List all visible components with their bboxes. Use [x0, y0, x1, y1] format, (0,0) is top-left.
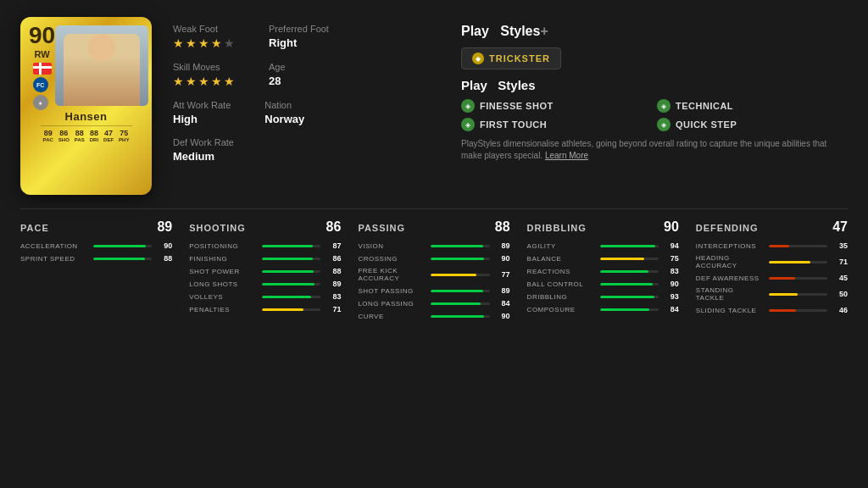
stat-name: BALANCE [527, 255, 595, 263]
stat-name: SHOT PASSING [358, 287, 426, 295]
trickster-icon: ◆ [472, 53, 484, 64]
weak-foot-stars: ★★★★★ [173, 36, 235, 50]
stat-row: POSITIONING 87 [189, 241, 341, 250]
learn-more-link[interactable]: Learn More [545, 151, 588, 160]
finesse-shot-icon: ◈ [461, 99, 475, 113]
stat-category-defending: DEFENDING 47 INTERCEPTIONS 35 HEADING AC… [696, 219, 848, 478]
stat-bar-container [769, 293, 827, 296]
stat-bar-container [262, 296, 320, 298]
stat-name: SHOT POWER [189, 268, 257, 275]
club-badge-icon: FC [33, 77, 48, 92]
stat-value: 89 [495, 241, 510, 250]
stat-bar [600, 296, 654, 298]
stat-row: FREE KICK ACCURACY 77 [358, 267, 509, 282]
stat-row: PENALTIES 71 [189, 305, 341, 313]
stat-value: 75 [664, 254, 679, 263]
stat-name: CROSSING [358, 255, 426, 263]
preferred-foot-label: Preferred Foot [269, 24, 329, 34]
stat-bar-container [600, 296, 659, 298]
stat-name: HEADING ACCURACY [696, 254, 764, 269]
category-name: PASSING [358, 223, 405, 233]
stat-row: LONG SHOTS 89 [189, 280, 341, 288]
stat-row: INTERCEPTIONS 35 [696, 241, 848, 250]
quick-step-icon: ◈ [657, 118, 670, 131]
stat-row: CURVE 90 [358, 312, 509, 320]
category-name: DRIBBLING [527, 223, 587, 233]
play-style-finesse-shot: ◈ FINESSE SHOT [461, 99, 652, 113]
stat-bar-container [769, 309, 827, 312]
def-work-rate-label: Def Work Rate [173, 137, 234, 147]
stat-row: HEADING ACCURACY 71 [696, 254, 848, 269]
stat-row: REACTIONS 83 [527, 267, 679, 275]
stat-category-passing: PASSING 88 VISION 89 CROSSING 90 FREE KI… [358, 219, 509, 478]
player-card: 90 RW FC ★ Ha [20, 17, 156, 195]
stat-bar [600, 283, 653, 286]
stat-bar [262, 270, 314, 273]
stat-row: ACCELERATION 90 [20, 241, 172, 250]
stat-value: 71 [832, 258, 848, 266]
stat-bar [262, 245, 313, 247]
stat-bar-container [769, 261, 827, 263]
stat-bar [431, 245, 483, 247]
stat-value: 94 [664, 241, 679, 250]
preferred-foot-value: Right [269, 36, 329, 49]
stat-bar [93, 258, 145, 260]
stat-value: 90 [664, 280, 679, 288]
stat-row: AGILITY 94 [527, 241, 679, 250]
stat-bar [262, 308, 303, 311]
stat-row: BALL CONTROL 90 [527, 280, 679, 288]
technical-icon: ◈ [657, 99, 670, 113]
stat-value: 89 [326, 280, 341, 288]
play-style-technical: ◈ TECHNICAL [657, 99, 848, 113]
player-info-panel: Weak Foot ★★★★★ Preferred Foot Right Ski… [173, 17, 444, 195]
play-styles-description: PlayStyles dimensionalise athletes, goin… [461, 138, 848, 162]
category-name: SHOOTING [189, 223, 246, 233]
stats-section: PACE 89 ACCELERATION 90 SPRINT SPEED 88 … [0, 209, 868, 488]
stat-bar-container [600, 270, 659, 273]
stat-value: 90 [495, 254, 510, 263]
stat-bar-container [600, 283, 659, 286]
stat-bar [262, 283, 314, 286]
quick-step-label: QUICK STEP [676, 119, 737, 130]
stat-name: AGILITY [527, 242, 595, 250]
stat-bar-container [769, 245, 827, 247]
stat-value: 83 [326, 292, 341, 301]
stat-bar-container [600, 308, 659, 311]
att-work-rate-value: High [173, 113, 231, 125]
stat-row: VISION 89 [358, 241, 509, 250]
stat-value: 84 [664, 305, 679, 313]
stat-name: SLIDING TACKLE [696, 307, 764, 314]
stat-name: LONG SHOTS [189, 280, 257, 288]
category-value: 47 [832, 219, 848, 235]
stat-bar-container [431, 258, 489, 260]
def-work-rate-value: Medium [173, 150, 234, 163]
stat-row: SPRINT SPEED 88 [20, 254, 172, 263]
stat-row: VOLLEYS 83 [189, 292, 341, 301]
stat-row: LONG PASSING 84 [358, 299, 509, 308]
norway-flag-icon [33, 63, 52, 75]
stat-name: STANDING TACKLE [696, 286, 764, 302]
stat-value: 88 [326, 267, 341, 275]
stat-row: DRIBBLING 93 [527, 292, 679, 301]
stat-bar-container [262, 308, 320, 311]
stat-bar [262, 258, 313, 260]
stat-name: CURVE [358, 313, 426, 320]
stat-category-shooting: SHOOTING 86 POSITIONING 87 FINISHING 86 … [189, 219, 341, 478]
stat-row: SLIDING TACKLE 46 [696, 306, 848, 314]
category-value: 86 [326, 219, 342, 235]
category-value: 90 [664, 219, 679, 235]
stat-bar-container [262, 258, 320, 260]
player-image [55, 25, 148, 106]
stat-bar [431, 302, 480, 305]
stat-row: SHOT POWER 88 [189, 267, 341, 275]
stat-value: 89 [495, 286, 510, 295]
att-work-rate-label: Att Work Rate [173, 100, 231, 110]
stat-name: SPRINT SPEED [20, 255, 88, 263]
card-player-name: Hansen [65, 110, 108, 123]
stat-bar-container [93, 258, 152, 260]
category-value: 88 [495, 219, 510, 235]
stat-name: LONG PASSING [358, 300, 426, 308]
stat-name: FREE KICK ACCURACY [358, 267, 426, 282]
first-touch-icon: ◈ [461, 118, 475, 131]
stat-bar-container [431, 302, 489, 305]
